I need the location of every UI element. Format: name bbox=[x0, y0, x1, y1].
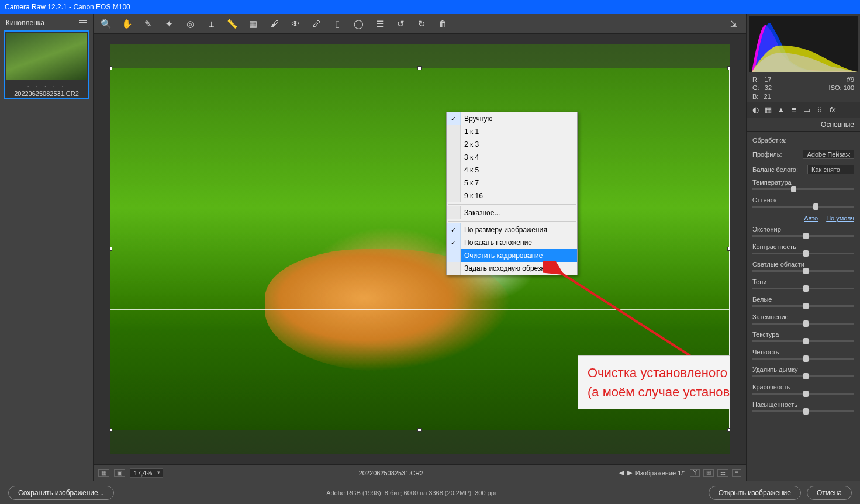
tab-fx-icon[interactable]: fx bbox=[827, 105, 838, 115]
profile-dropdown[interactable]: Adobe Пейзаж bbox=[803, 150, 854, 159]
slider-Белые[interactable] bbox=[752, 305, 854, 307]
workflow-link[interactable]: Adobe RGB (1998); 8 бит; 6000 на 3368 (2… bbox=[114, 489, 709, 496]
slider-Красочность[interactable] bbox=[752, 393, 854, 395]
ctx-custom[interactable]: Заказное... bbox=[447, 206, 577, 219]
open-copy-icon[interactable]: ⇲ bbox=[728, 19, 739, 29]
slider-label: Светлые области bbox=[752, 261, 804, 268]
panel-tabs: ◐ ▦ ▲ ≡ ▭ ⁝⁝ fx bbox=[747, 102, 860, 118]
ctx-1to1[interactable]: 1 к 1 bbox=[447, 125, 577, 138]
slider-Текстура[interactable] bbox=[752, 340, 854, 342]
slider-Насыщенность[interactable] bbox=[752, 410, 854, 412]
profile-label: Профиль: bbox=[752, 151, 782, 158]
save-button[interactable]: Сохранить изображение... bbox=[8, 486, 114, 500]
nav-next-icon[interactable]: ▶ bbox=[627, 469, 632, 477]
temp-slider[interactable] bbox=[752, 188, 854, 190]
slider-label: Затемнение bbox=[752, 313, 789, 320]
default-link[interactable]: По умолч bbox=[826, 215, 854, 222]
slider-label: Насыщенность bbox=[752, 401, 797, 408]
thumbnail-filename: 20220625082531.CR2 bbox=[6, 90, 87, 97]
slider-label: Экспонир bbox=[752, 226, 781, 233]
slider-Контрастность[interactable] bbox=[752, 253, 854, 254]
filmstrip-menu-icon[interactable] bbox=[79, 19, 87, 27]
thumbnail-image bbox=[6, 33, 87, 80]
tint-slider[interactable] bbox=[752, 206, 854, 208]
tab-detail-icon[interactable]: ▲ bbox=[776, 105, 786, 115]
straighten-icon[interactable]: 📏 bbox=[227, 19, 237, 29]
open-button[interactable]: Открыть изображение bbox=[709, 486, 801, 500]
crop-tool-icon[interactable]: ⟂ bbox=[206, 19, 216, 29]
wb-label: Баланс белого: bbox=[752, 166, 798, 173]
window-titlebar: Camera Raw 12.2.1 - Canon EOS M100 bbox=[0, 0, 860, 14]
thumbnail[interactable]: . . . . . 20220625082531.CR2 bbox=[4, 30, 89, 99]
nav-counter: Изображение 1/1 bbox=[635, 470, 687, 477]
slider-Затемнение[interactable] bbox=[752, 323, 854, 325]
hand-tool-icon[interactable]: ✋ bbox=[122, 19, 132, 29]
slider-Экспонир[interactable] bbox=[752, 235, 854, 237]
grid-toggle-icon[interactable]: ▦ bbox=[98, 469, 109, 477]
color-sampler-icon[interactable]: ✦ bbox=[164, 19, 174, 29]
ctx-9to16[interactable]: 9 к 16 bbox=[447, 189, 577, 202]
eyedropper-icon[interactable]: ✎ bbox=[143, 19, 153, 29]
gradient-icon[interactable]: ▯ bbox=[332, 19, 343, 29]
temp-label: Температура bbox=[752, 179, 792, 186]
transform-icon[interactable]: ▦ bbox=[248, 19, 258, 29]
status-filename: 20220625082531.CR2 bbox=[168, 470, 614, 477]
slider-label: Красочность bbox=[752, 384, 790, 391]
treatment-label: Обработка: bbox=[752, 137, 787, 144]
slider-label: Контрастность bbox=[752, 243, 796, 250]
ctx-5to7[interactable]: 5 к 7 bbox=[447, 177, 577, 189]
ctx-3to4[interactable]: 3 к 4 bbox=[447, 151, 577, 164]
thumbnail-rating[interactable]: . . . . . bbox=[6, 81, 87, 89]
footer: Сохранить изображение... Adobe RGB (1998… bbox=[0, 481, 860, 504]
redeye-icon[interactable]: 👁 bbox=[290, 19, 301, 29]
auto-link[interactable]: Авто bbox=[804, 215, 818, 222]
tab-curve-icon[interactable]: ▦ bbox=[763, 105, 773, 115]
target-adjust-icon[interactable]: ◎ bbox=[185, 19, 195, 29]
tab-split-icon[interactable]: ▭ bbox=[802, 105, 812, 115]
ctx-4to5[interactable]: 4 к 5 bbox=[447, 164, 577, 177]
rotate-ccw-icon[interactable]: ↺ bbox=[395, 19, 406, 29]
ctx-fit[interactable]: ✓По размеру изображения bbox=[447, 223, 577, 236]
crop-context-menu: ✓Вручную 1 к 1 2 к 3 3 к 4 4 к 5 5 к 7 9… bbox=[446, 112, 578, 275]
compare-icon[interactable]: ▣ bbox=[114, 469, 125, 477]
image-canvas[interactable]: ✓Вручную 1 к 1 2 к 3 3 к 4 4 к 5 5 к 7 9… bbox=[110, 44, 730, 454]
wb-dropdown[interactable]: Как снято bbox=[807, 165, 854, 174]
nav-prev-icon[interactable]: ◀ bbox=[619, 469, 624, 477]
tab-basic-icon[interactable]: ◐ bbox=[750, 105, 761, 115]
slider-Светлые области[interactable] bbox=[752, 270, 854, 272]
ctx-overlay[interactable]: ✓Показать наложение bbox=[447, 236, 577, 249]
tab-lens-icon[interactable]: ⁝⁝ bbox=[814, 105, 825, 115]
opt1-icon[interactable]: ⊞ bbox=[703, 469, 714, 477]
slider-Четкость[interactable] bbox=[752, 358, 854, 360]
adjustments-panel: R: 17 G: 32 B: 21 f/9 ISO: 100 ◐ ▦ ▲ ≡ ▭… bbox=[746, 14, 860, 481]
canvas-statusbar: ▦ ▣ 17,4% 20220625082531.CR2 ◀ ▶ Изображ… bbox=[94, 464, 746, 481]
ctx-manual[interactable]: ✓Вручную bbox=[447, 112, 577, 125]
slider-Удалить дымку[interactable] bbox=[752, 375, 854, 377]
list-icon[interactable]: ☰ bbox=[374, 19, 385, 29]
annotation-callout: Очистка установленого кадрирования (а мо… bbox=[578, 355, 730, 409]
histogram[interactable] bbox=[749, 16, 858, 72]
ctx-clear-crop[interactable]: Очистить кадрирование bbox=[447, 249, 577, 262]
opt3-icon[interactable]: ≡ bbox=[732, 469, 741, 477]
slider-label: Тени bbox=[752, 278, 766, 285]
opt2-icon[interactable]: ☷ bbox=[717, 469, 728, 477]
brush-icon[interactable]: 🖊 bbox=[311, 19, 322, 29]
slider-Тени[interactable] bbox=[752, 288, 854, 289]
rgb-readout: R: 17 G: 32 B: 21 f/9 ISO: 100 bbox=[747, 74, 860, 102]
ctx-2to3[interactable]: 2 к 3 bbox=[447, 138, 577, 151]
tab-hsl-icon[interactable]: ≡ bbox=[789, 105, 799, 115]
rotate-cw-icon[interactable]: ↻ bbox=[416, 19, 427, 29]
ctx-set-original[interactable]: Задать исходную обрезку bbox=[447, 262, 577, 275]
spot-heal-icon[interactable]: 🖌 bbox=[269, 19, 279, 29]
slider-label: Белые bbox=[752, 296, 772, 303]
filmstrip-title: Кинопленка bbox=[6, 19, 44, 27]
trash-icon[interactable]: 🗑 bbox=[437, 19, 448, 29]
zoom-tool-icon[interactable]: 🔍 bbox=[101, 19, 111, 29]
mark-button[interactable]: Y bbox=[690, 469, 700, 477]
slider-label: Четкость bbox=[752, 348, 779, 355]
zoom-dropdown[interactable]: 17,4% bbox=[130, 468, 163, 478]
slider-label: Текстура bbox=[752, 331, 779, 338]
filmstrip-panel: Кинопленка . . . . . 20220625082531.CR2 bbox=[0, 14, 94, 481]
cancel-button[interactable]: Отмена bbox=[807, 486, 852, 500]
radial-icon[interactable]: ◯ bbox=[353, 19, 364, 29]
